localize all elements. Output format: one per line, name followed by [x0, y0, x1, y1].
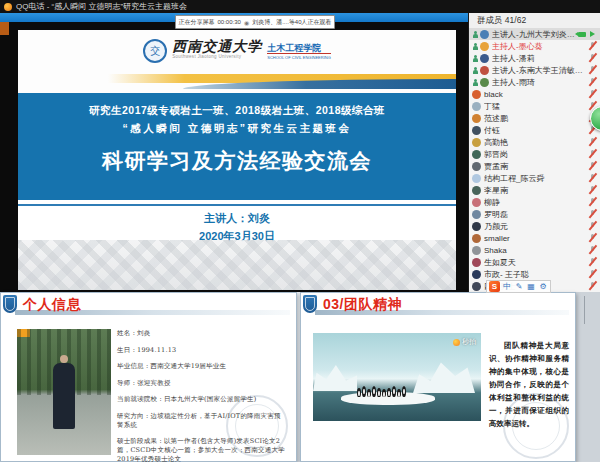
camera-on-icon	[578, 32, 586, 37]
mic-muted-icon[interactable]	[588, 233, 596, 243]
mic-muted-icon[interactable]	[588, 89, 596, 99]
info-line: 姓名：刘炎	[117, 329, 286, 338]
member-row[interactable]: 主讲人-九州大学刘炎博…	[469, 28, 600, 40]
member-avatar	[472, 198, 481, 207]
member-row[interactable]: 范述鹏	[469, 112, 600, 124]
mic-muted-icon[interactable]	[588, 137, 596, 147]
graduate-photo	[17, 329, 111, 455]
member-row[interactable]: 郭晋岗	[469, 148, 600, 160]
member-name: 生如夏天	[484, 257, 588, 268]
member-row[interactable]: 结构工程_陈云舜	[469, 172, 600, 184]
seal-watermark	[503, 393, 569, 459]
team-spirit-window[interactable]: 03/团队精神 秒拍 团队精神是大局意识、协作精神和服务精神的集中体现，核心是协…	[300, 292, 576, 462]
mic-muted-icon[interactable]	[588, 257, 596, 267]
member-name: 贾孟南	[484, 161, 588, 172]
mic-muted-icon[interactable]	[588, 149, 596, 159]
title-bar[interactable]: QQ电话 - “感人瞬间 立德明志”研究生云主题班会	[0, 0, 600, 13]
member-name: 罗明磊	[484, 209, 588, 220]
member-name: 市政- 王子聪	[484, 269, 588, 280]
edge-window-chip[interactable]	[0, 22, 9, 35]
mic-muted-icon[interactable]	[588, 245, 596, 255]
member-name: 柳静	[484, 197, 588, 208]
member-row[interactable]: 罗明磊	[469, 208, 600, 220]
sogou-input-bar[interactable]: S中✎▦⚙	[486, 280, 551, 293]
member-name: smaller	[484, 234, 588, 243]
member-row[interactable]: Shaka	[469, 244, 600, 256]
member-avatar	[472, 102, 481, 111]
member-row[interactable]: 高勤艳	[469, 136, 600, 148]
member-avatar	[472, 222, 481, 231]
member-row[interactable]: 生如夏天	[469, 256, 600, 268]
member-avatar	[472, 270, 481, 279]
member-row[interactable]: 贾孟南	[469, 160, 600, 172]
sogou-logo-icon[interactable]: S	[489, 281, 500, 292]
member-avatar	[472, 90, 481, 99]
member-list[interactable]: 主讲人-九州大学刘炎博… 主持人-墨心葵 主持人-潘莉 主讲人-东南大学王清敏…	[469, 28, 600, 292]
member-name: 付钰	[484, 125, 588, 136]
personal-info-window[interactable]: 个人信息 姓名：刘炎生日：1994.11.13毕业信息：西南交通大学19届毕业生…	[0, 292, 297, 462]
mic-muted-icon[interactable]	[588, 65, 596, 75]
member-row[interactable]: 主持人-雨琦	[469, 76, 600, 88]
iceberg	[413, 359, 475, 393]
member-row[interactable]: smaller	[469, 232, 600, 244]
mic-muted-icon[interactable]	[588, 269, 596, 279]
penguin-group	[357, 386, 406, 397]
member-row[interactable]: 柳静	[469, 196, 600, 208]
member-avatar	[472, 174, 481, 183]
keyboard-icon[interactable]: ▦	[526, 282, 536, 292]
qq-call-window: QQ电话 - “感人瞬间 立德明志”研究生云主题班会 正在分享屏幕 00:00:…	[0, 0, 600, 462]
member-name: 结构工程_陈云舜	[484, 173, 588, 184]
mic-muted-icon[interactable]	[588, 221, 596, 231]
member-row[interactable]: black	[469, 88, 600, 100]
university-name: 西南交通大学	[172, 39, 262, 54]
mic-muted-icon[interactable]	[588, 173, 596, 183]
member-row[interactable]: 乃颜元	[469, 220, 600, 232]
header-swoosh	[88, 74, 456, 90]
viewers-text: 刘炎博、潘....等40人正在观看	[252, 18, 331, 27]
mic-muted-icon[interactable]	[588, 41, 596, 51]
member-avatar	[472, 282, 481, 291]
watermark-text: 秒拍	[462, 337, 476, 347]
mic-muted-icon[interactable]	[588, 281, 596, 291]
toolbox-icon[interactable]: ⚙	[538, 282, 548, 292]
university-name-en: Southwest Jiaotong University	[172, 54, 262, 59]
slide-main-title: 科研学习及方法经验交流会	[18, 147, 456, 175]
member-row[interactable]: 主讲人-东南大学王清敏…	[469, 64, 600, 76]
info-line: 生日：1994.11.13	[117, 346, 286, 355]
member-avatar	[472, 138, 481, 147]
college-name: 土木工程学院	[267, 43, 331, 53]
input-mode-chinese-icon[interactable]: 中	[502, 282, 512, 292]
penguin-video-still[interactable]: 秒拍	[313, 333, 481, 421]
member-count-header: 群成员 41/62	[469, 13, 600, 29]
member-avatar	[480, 66, 489, 75]
member-row[interactable]: 丁猛	[469, 100, 600, 112]
mic-muted-icon[interactable]	[588, 161, 596, 171]
slide-footer-pattern	[18, 240, 456, 290]
mic-muted-icon[interactable]	[588, 185, 596, 195]
member-avatar	[472, 126, 481, 135]
member-row[interactable]: 主持人-墨心葵	[469, 40, 600, 52]
mic-muted-icon[interactable]	[588, 209, 596, 219]
member-name: 乃颜元	[484, 221, 588, 232]
scrollbar-thumb[interactable]	[584, 296, 585, 324]
member-row[interactable]: 主持人-潘莉	[469, 52, 600, 64]
info-line: 毕业信息：西南交通大学19届毕业生	[117, 362, 286, 371]
iceberg	[313, 365, 357, 391]
mic-muted-icon[interactable]	[588, 53, 596, 63]
member-row[interactable]: 市政- 王子聪	[469, 268, 600, 280]
slide-header: 交 西南交通大学 Southwest Jiaotong University 土…	[18, 30, 456, 93]
member-row[interactable]: 李星南	[469, 184, 600, 196]
mic-muted-icon[interactable]	[588, 197, 596, 207]
slide-class-line: 研究生2017级专硕岩土一班、2018级岩土班、2018级综合班	[18, 104, 456, 118]
handwriting-icon[interactable]: ✎	[514, 282, 524, 292]
member-avatar	[472, 234, 481, 243]
sharing-timer: 00:00:30	[218, 19, 241, 25]
slide-speaker-block: 主讲人：刘炎 2020年3月30日	[18, 206, 456, 242]
personal-window-header: 个人信息	[1, 293, 296, 319]
miaopai-icon	[453, 339, 460, 346]
member-row[interactable]: 付钰	[469, 124, 600, 136]
qq-app-icon	[4, 3, 12, 11]
mic-muted-icon[interactable]	[588, 77, 596, 87]
window-title: QQ电话 - “感人瞬间 立德明志”研究生云主题班会	[16, 1, 187, 12]
seal-watermark	[226, 395, 288, 457]
